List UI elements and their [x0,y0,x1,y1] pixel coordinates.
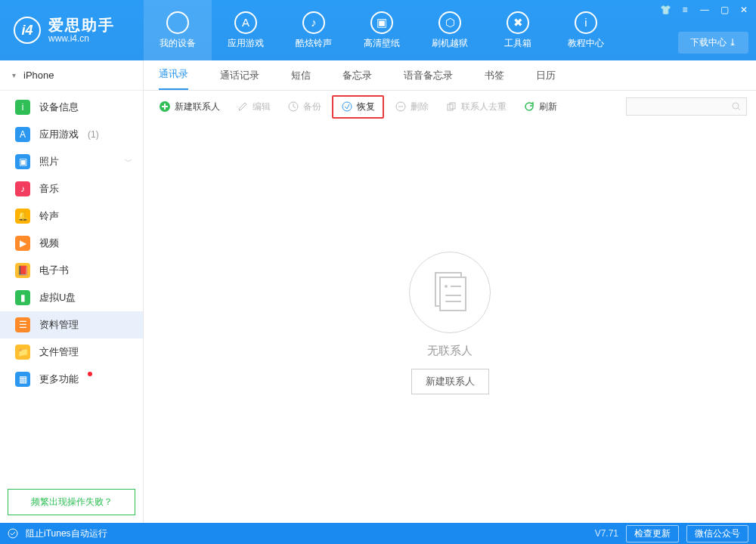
sidebar-item-1[interactable]: A应用游戏(1) [0,121,143,148]
download-center-button[interactable]: 下载中心 ⤓ [678,32,748,54]
sidebar-item-6[interactable]: 📕电子书 [0,257,143,284]
subtab-2[interactable]: 短信 [291,69,311,90]
top-tab-icon: ⬡ [438,11,461,34]
sidebar-item-label: 视频 [39,236,59,250]
dedup-button[interactable]: 联系人去重 [439,97,513,116]
refresh-button[interactable]: 刷新 [517,97,563,116]
sidebar-item-2[interactable]: ▣照片﹀ [0,148,143,175]
dedup-label: 联系人去重 [461,100,507,113]
sidebar-item-icon: ▦ [15,372,30,387]
maximize-button[interactable]: ▢ [717,3,732,17]
restore-label: 恢复 [357,100,375,113]
check-update-button[interactable]: 检查更新 [626,525,679,542]
minimize-button[interactable]: — [697,3,712,17]
restore-button[interactable]: 恢复 [332,95,384,119]
top-tab-3[interactable]: ▣高清壁纸 [348,0,416,60]
empty-new-contact-button[interactable]: 新建联系人 [411,369,489,394]
menu-button[interactable]: ≡ [677,3,692,17]
sidebar-item-10[interactable]: ▦更多功能 [0,366,143,393]
pencil-icon [237,100,249,113]
sidebar-item-label: 照片 [39,155,59,168]
sidebar-item-8[interactable]: ☰资料管理 [0,311,143,338]
subtab-1[interactable]: 通话记录 [220,69,259,90]
subtab-6[interactable]: 日历 [536,69,556,90]
close-button[interactable]: ✕ [736,3,751,17]
dedup-icon [445,100,457,113]
backup-button[interactable]: 备份 [281,97,327,116]
svg-point-2 [342,102,352,111]
top-tab-label: 教程中心 [568,37,604,50]
edit-button[interactable]: 编辑 [231,97,277,116]
empty-message: 无联系人 [427,344,472,358]
sidebar-item-7[interactable]: ▮虚拟U盘 [0,284,143,311]
refresh-label: 刷新 [539,100,557,113]
top-tab-2[interactable]: ♪酷炫铃声 [280,0,348,60]
top-tab-icon: ▣ [370,11,393,34]
app-url: www.i4.cn [48,33,115,44]
top-tab-icon: A [234,11,257,34]
new-contact-button[interactable]: 新建联系人 [153,97,226,116]
app-title: 爱思助手 [48,17,115,33]
help-link[interactable]: 频繁出现操作失败？ [8,489,135,515]
top-tab-6[interactable]: i教程中心 [552,0,620,60]
top-tab-1[interactable]: A应用游戏 [212,0,280,60]
sidebar-item-icon: ▶ [15,236,30,251]
subtab-4[interactable]: 语音备忘录 [404,69,453,90]
sidebar-item-3[interactable]: ♪音乐 [0,175,143,202]
logo: i4 爱思助手 www.i4.cn [0,17,144,44]
sidebar-item-icon: ▮ [15,290,30,305]
sidebar-item-icon: 📕 [15,263,30,278]
sidebar-item-icon: ▣ [15,154,30,169]
svg-point-12 [8,529,17,538]
delete-label: 删除 [411,100,429,113]
top-tab-label: 应用游戏 [228,37,264,50]
backup-icon [287,100,299,113]
itunes-toggle[interactable]: 阻止iTunes自动运行 [26,527,107,540]
delete-icon [395,100,407,113]
sidebar-item-5[interactable]: ▶视频 [0,230,143,257]
device-selector[interactable]: iPhone [0,60,143,91]
top-tab-icon: i [575,11,597,34]
sidebar-item-9[interactable]: 📁文件管理 [0,338,143,366]
plus-icon [159,100,171,113]
subtab-5[interactable]: 书签 [485,69,504,90]
new-contact-label: 新建联系人 [175,100,220,113]
logo-icon: i4 [14,17,41,44]
sidebar-item-icon: ☰ [15,317,30,332]
empty-contacts-icon [409,252,491,333]
svg-rect-8 [440,277,466,311]
svg-point-11 [445,301,447,302]
top-tab-0[interactable]: 我的设备 [144,0,212,60]
top-tab-label: 我的设备 [160,37,196,50]
edit-label: 编辑 [253,100,271,113]
sidebar-item-icon: A [15,127,30,142]
notification-dot [88,372,92,376]
svg-point-6 [733,103,739,109]
sidebar-item-label: 虚拟U盘 [39,291,76,304]
sidebar-item-label: 资料管理 [39,318,79,332]
wechat-button[interactable]: 微信公众号 [686,525,748,542]
skin-button[interactable]: 👕 [658,3,673,17]
subtab-0[interactable]: 通讯录 [159,67,188,90]
search-input[interactable] [626,97,747,116]
top-tab-label: 酷炫铃声 [296,37,332,50]
sidebar-item-badge: (1) [88,129,99,140]
top-tab-5[interactable]: ✖工具箱 [484,0,552,60]
sidebar-item-label: 音乐 [39,182,59,196]
backup-label: 备份 [303,100,321,113]
top-tab-4[interactable]: ⬡刷机越狱 [416,0,484,60]
top-tab-icon: ♪ [302,11,325,34]
sidebar-item-0[interactable]: i设备信息 [0,94,143,121]
sidebar-item-label: 更多功能 [39,372,79,386]
top-tab-label: 工具箱 [504,37,531,50]
svg-point-9 [445,285,448,288]
chevron-down-icon: ﹀ [125,156,132,167]
subtab-3[interactable]: 备忘录 [342,69,372,90]
top-tab-label: 高清壁纸 [364,37,400,50]
sidebar-item-label: 铃声 [39,209,59,223]
sidebar-item-label: 应用游戏 [39,128,79,141]
delete-button[interactable]: 删除 [389,97,435,116]
sidebar-item-4[interactable]: 🔔铃声 [0,202,143,230]
svg-point-10 [445,295,447,296]
top-tab-icon: ✖ [507,11,529,34]
